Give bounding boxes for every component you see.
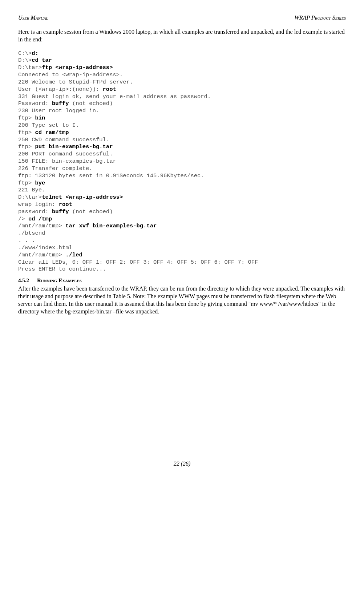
intro-paragraph: Here is an example session from a Window…	[18, 28, 346, 44]
section-heading: 4.5.2Running Examples	[18, 277, 346, 284]
header-right: WRAP Product Series	[295, 15, 346, 21]
header-left: User Manual	[18, 15, 48, 21]
page-header: User Manual WRAP Product Series	[18, 15, 346, 21]
page-footer: 22 (26)	[18, 461, 346, 467]
section-title: Running Examples	[37, 277, 82, 283]
section-body: After the examples have been transferred…	[18, 285, 346, 315]
section-number: 4.5.2	[18, 277, 29, 283]
terminal-session: C:\>d: D:\>cd tar D:\tar>ftp <wrap-ip-ad…	[18, 50, 346, 273]
